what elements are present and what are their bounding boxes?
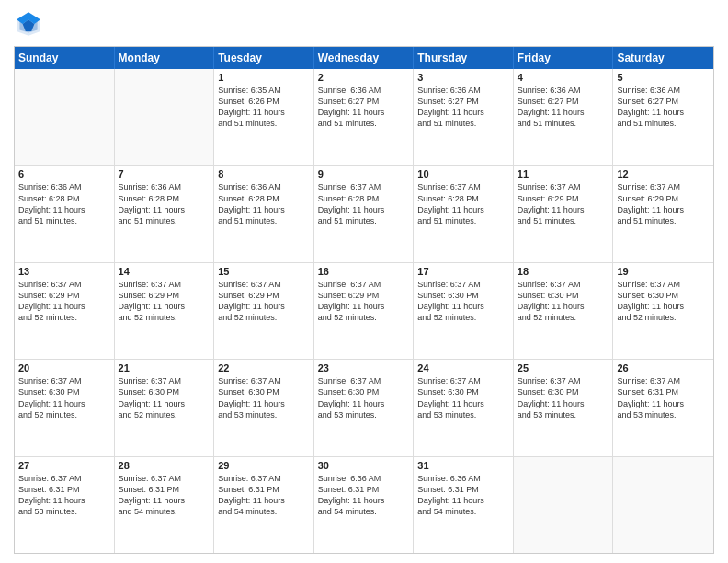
calendar-cell: 30Sunrise: 6:36 AMSunset: 6:31 PMDayligh… (314, 457, 415, 553)
calendar-cell: 15Sunrise: 6:37 AMSunset: 6:29 PMDayligh… (214, 263, 314, 359)
day-number: 18 (518, 266, 609, 277)
cell-info-line: and 53 minutes. (417, 409, 509, 420)
cell-info-line: Sunset: 6:29 PM (318, 290, 410, 301)
day-number: 8 (218, 168, 310, 179)
cell-info-line: Daylight: 11 hours (119, 204, 210, 215)
day-number: 29 (218, 460, 310, 471)
cell-info-line: Sunset: 6:31 PM (318, 484, 410, 495)
cell-info-line: Sunrise: 6:37 AM (518, 181, 609, 192)
calendar-cell: 18Sunrise: 6:37 AMSunset: 6:30 PMDayligh… (514, 263, 614, 359)
cell-info-line: Daylight: 11 hours (518, 204, 609, 215)
cell-info-line: Daylight: 11 hours (617, 204, 710, 215)
calendar-week: 6Sunrise: 6:36 AMSunset: 6:28 PMDaylight… (15, 166, 713, 262)
cell-info-line: Sunrise: 6:35 AM (218, 85, 310, 96)
cell-info-line: and 52 minutes. (417, 312, 509, 323)
cell-info-line: and 53 minutes. (518, 409, 609, 420)
cell-info-line: Sunrise: 6:37 AM (417, 181, 509, 192)
cell-info-line: Sunset: 6:28 PM (218, 193, 310, 204)
cell-info-line: Sunrise: 6:37 AM (218, 279, 310, 290)
cell-info-line: Daylight: 11 hours (18, 204, 110, 215)
cell-info-line: Sunrise: 6:36 AM (518, 85, 609, 96)
day-number: 6 (18, 168, 110, 179)
cell-info-line: Sunset: 6:28 PM (119, 193, 210, 204)
calendar-cell: 20Sunrise: 6:37 AMSunset: 6:30 PMDayligh… (15, 360, 115, 455)
day-number: 21 (119, 362, 210, 373)
cell-info-line: Daylight: 11 hours (417, 398, 509, 409)
calendar-cell: 6Sunrise: 6:36 AMSunset: 6:28 PMDaylight… (15, 166, 115, 261)
cell-info-line: Sunset: 6:31 PM (18, 484, 110, 495)
cell-info-line: Sunset: 6:27 PM (318, 96, 410, 107)
cell-info-line: and 51 minutes. (318, 118, 410, 129)
cell-info-line: and 52 minutes. (119, 409, 210, 420)
calendar-cell: 12Sunrise: 6:37 AMSunset: 6:29 PMDayligh… (613, 166, 713, 261)
calendar-week: 1Sunrise: 6:35 AMSunset: 6:26 PMDaylight… (15, 69, 713, 166)
cell-info-line: Daylight: 11 hours (617, 107, 710, 118)
cell-info-line: Sunrise: 6:36 AM (18, 181, 110, 192)
calendar-cell: 14Sunrise: 6:37 AMSunset: 6:29 PMDayligh… (115, 263, 215, 359)
cell-info-line: and 54 minutes. (119, 506, 210, 517)
calendar-cell: 21Sunrise: 6:37 AMSunset: 6:30 PMDayligh… (115, 360, 215, 455)
calendar-cell: 26Sunrise: 6:37 AMSunset: 6:31 PMDayligh… (613, 360, 713, 455)
cell-info-line: Sunset: 6:28 PM (417, 193, 509, 204)
day-number: 24 (417, 362, 509, 373)
calendar: SundayMondayTuesdayWednesdayThursdayFrid… (14, 46, 714, 554)
cell-info-line: Sunrise: 6:37 AM (518, 375, 609, 386)
cell-info-line: Daylight: 11 hours (218, 301, 310, 312)
cell-info-line: Daylight: 11 hours (617, 301, 710, 312)
cell-info-line: Sunset: 6:30 PM (518, 386, 609, 397)
cell-info-line: Sunrise: 6:36 AM (417, 473, 509, 484)
cell-info-line: Daylight: 11 hours (318, 301, 410, 312)
cell-info-line: Sunset: 6:29 PM (18, 290, 110, 301)
cell-info-line: Sunrise: 6:37 AM (417, 375, 509, 386)
day-number: 10 (417, 168, 509, 179)
day-number: 11 (518, 168, 609, 179)
cell-info-line: Sunset: 6:27 PM (417, 96, 509, 107)
cell-info-line: and 52 minutes. (617, 312, 710, 323)
cell-info-line: Daylight: 11 hours (417, 301, 509, 312)
cell-info-line: Daylight: 11 hours (18, 398, 110, 409)
calendar-cell: 13Sunrise: 6:37 AMSunset: 6:29 PMDayligh… (15, 263, 115, 359)
day-number: 17 (417, 266, 509, 277)
cell-info-line: Sunrise: 6:37 AM (318, 279, 410, 290)
cell-info-line: Sunset: 6:30 PM (119, 386, 210, 397)
day-number: 23 (318, 362, 410, 373)
day-number: 14 (119, 266, 210, 277)
day-number: 25 (518, 362, 609, 373)
cell-info-line: Sunrise: 6:37 AM (218, 473, 310, 484)
calendar-body: 1Sunrise: 6:35 AMSunset: 6:26 PMDaylight… (15, 69, 713, 553)
cell-info-line: Daylight: 11 hours (18, 301, 110, 312)
day-number: 4 (518, 72, 609, 83)
cell-info-line: and 53 minutes. (318, 409, 410, 420)
cell-info-line: Sunset: 6:30 PM (18, 386, 110, 397)
cell-info-line: Sunset: 6:27 PM (617, 96, 710, 107)
cell-info-line: Sunset: 6:27 PM (518, 96, 609, 107)
day-number: 1 (218, 72, 310, 83)
calendar-cell: 11Sunrise: 6:37 AMSunset: 6:29 PMDayligh… (514, 166, 614, 261)
cell-info-line: and 51 minutes. (617, 215, 710, 226)
cell-info-line: Sunrise: 6:36 AM (617, 85, 710, 96)
day-number: 20 (18, 362, 110, 373)
day-number: 22 (218, 362, 310, 373)
cell-info-line: Sunrise: 6:37 AM (18, 279, 110, 290)
cell-info-line: Daylight: 11 hours (318, 204, 410, 215)
cell-info-line: and 51 minutes. (18, 215, 110, 226)
calendar-week: 13Sunrise: 6:37 AMSunset: 6:29 PMDayligh… (15, 263, 713, 360)
cell-info-line: Sunset: 6:29 PM (518, 193, 609, 204)
cell-info-line: Sunset: 6:30 PM (518, 290, 609, 301)
cell-info-line: and 54 minutes. (318, 506, 410, 517)
cell-info-line: Daylight: 11 hours (218, 495, 310, 506)
cell-info-line: Sunrise: 6:37 AM (518, 279, 609, 290)
cell-info-line: Sunset: 6:28 PM (318, 193, 410, 204)
calendar-cell: 16Sunrise: 6:37 AMSunset: 6:29 PMDayligh… (314, 263, 415, 359)
calendar-cell (115, 69, 215, 165)
cell-info-line: and 51 minutes. (617, 118, 710, 129)
calendar-header: SundayMondayTuesdayWednesdayThursdayFrid… (15, 47, 713, 69)
weekday-header: Tuesday (214, 47, 314, 69)
logo-icon (14, 9, 43, 39)
cell-info-line: Sunrise: 6:37 AM (617, 181, 710, 192)
cell-info-line: and 54 minutes. (218, 506, 310, 517)
cell-info-line: Sunrise: 6:37 AM (617, 375, 710, 386)
cell-info-line: Daylight: 11 hours (119, 398, 210, 409)
day-number: 13 (18, 266, 110, 277)
calendar-cell: 24Sunrise: 6:37 AMSunset: 6:30 PMDayligh… (414, 360, 514, 455)
